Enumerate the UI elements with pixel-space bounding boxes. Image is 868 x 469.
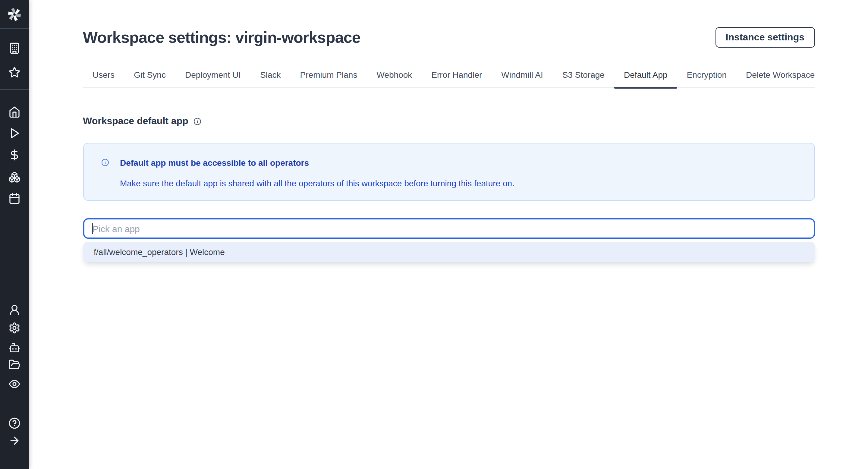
- tab-s3-storage[interactable]: S3 Storage: [553, 65, 614, 87]
- star-icon[interactable]: [8, 66, 21, 79]
- info-alert: Default app must be accessible to all op…: [83, 143, 815, 201]
- boxes-icon[interactable]: [8, 171, 21, 183]
- folder-open-icon[interactable]: [8, 359, 21, 371]
- dollar-icon[interactable]: [8, 149, 21, 161]
- tab-delete-workspace[interactable]: Delete Workspace: [736, 65, 824, 87]
- tab-premium-plans[interactable]: Premium Plans: [290, 65, 367, 87]
- tab-windmill-ai[interactable]: Windmill AI: [492, 65, 553, 87]
- page-header: Workspace settings: virgin-workspace Ins…: [83, 27, 815, 48]
- play-icon[interactable]: [8, 127, 21, 139]
- info-circle-icon: [101, 159, 109, 166]
- section-heading: Workspace default app: [83, 115, 188, 127]
- app-window: Workspace settings: virgin-workspace Ins…: [0, 0, 868, 469]
- page-title: Workspace settings: virgin-workspace: [83, 27, 361, 48]
- pick-an-app-input[interactable]: [83, 218, 815, 239]
- user-icon[interactable]: [8, 304, 21, 316]
- settings-tabbar: Users Git Sync Deployment UI Slack Premi…: [83, 65, 815, 88]
- help-icon[interactable]: [8, 417, 21, 429]
- tab-error-handler[interactable]: Error Handler: [422, 65, 492, 87]
- tab-deployment-ui[interactable]: Deployment UI: [176, 65, 250, 87]
- home-icon[interactable]: [8, 106, 21, 118]
- tab-default-app[interactable]: Default App: [614, 65, 677, 87]
- sidebar: [0, 0, 29, 469]
- gear-icon[interactable]: [8, 322, 21, 334]
- alert-text: Default app must be accessible to all op…: [120, 158, 515, 188]
- tab-webhook[interactable]: Webhook: [367, 65, 422, 87]
- instance-settings-button[interactable]: Instance settings: [715, 27, 815, 48]
- calendar-icon[interactable]: [8, 192, 21, 204]
- tab-encryption[interactable]: Encryption: [677, 65, 736, 87]
- info-tooltip-icon[interactable]: [194, 117, 202, 125]
- text-cursor: [92, 223, 93, 234]
- windmill-logo[interactable]: [0, 0, 29, 29]
- dropdown-option-welcome-app[interactable]: f/all/welcome_operators | Welcome: [83, 242, 815, 262]
- alert-title: Default app must be accessible to all op…: [120, 158, 515, 167]
- sidebar-divider: [0, 89, 29, 90]
- bot-icon[interactable]: [8, 342, 21, 353]
- alert-body: Make sure the default app is shared with…: [120, 179, 515, 188]
- windmill-pinwheel-icon: [7, 6, 22, 22]
- eye-icon[interactable]: [8, 378, 21, 390]
- tab-users[interactable]: Users: [83, 65, 124, 87]
- app-picker: [83, 218, 815, 239]
- tab-slack[interactable]: Slack: [250, 65, 290, 87]
- main-content: Workspace settings: virgin-workspace Ins…: [29, 0, 868, 469]
- arrow-right-icon[interactable]: [8, 435, 21, 447]
- app-picker-dropdown: f/all/welcome_operators | Welcome: [83, 242, 815, 262]
- building-icon[interactable]: [8, 42, 21, 54]
- tab-git-sync[interactable]: Git Sync: [124, 65, 176, 87]
- section-heading-row: Workspace default app: [83, 115, 815, 127]
